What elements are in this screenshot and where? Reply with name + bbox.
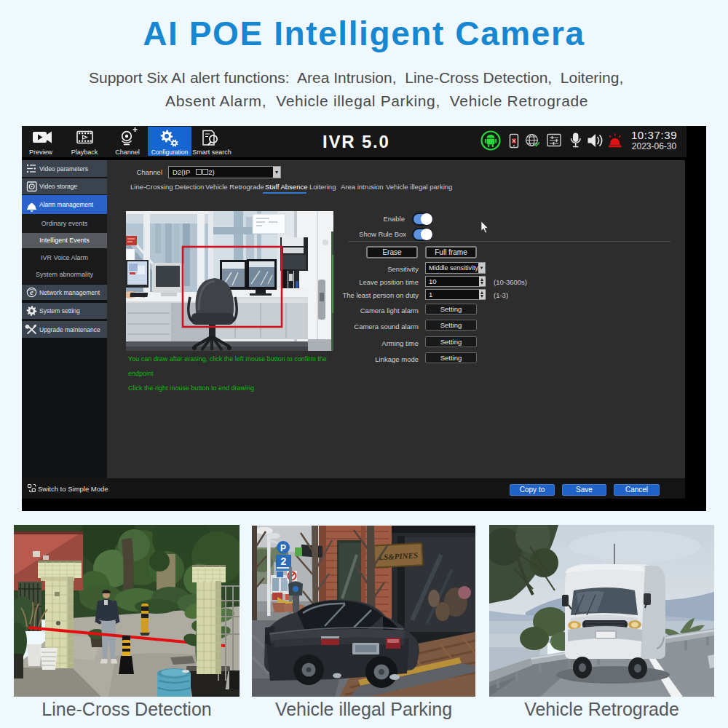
svg-text:P: P (280, 543, 286, 553)
svg-text:e: e (30, 288, 33, 296)
svg-text:2: 2 (281, 555, 287, 567)
